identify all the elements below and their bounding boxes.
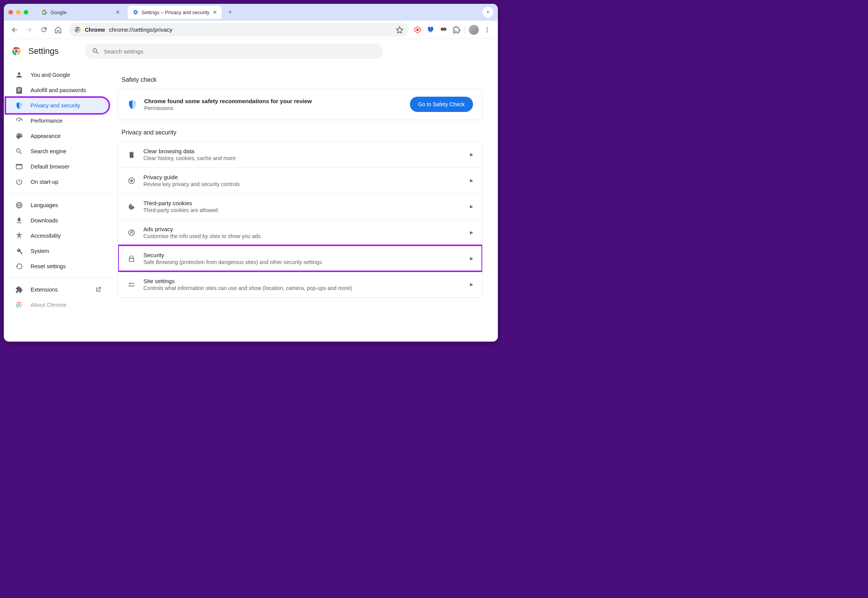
row-security[interactable]: Security Safe Browsing (protection from …: [118, 245, 482, 271]
reload-button[interactable]: [37, 24, 50, 36]
palette-icon: [15, 132, 23, 140]
trash-icon: [127, 151, 136, 159]
extension-icon-3[interactable]: [439, 26, 448, 34]
extension-icon-2[interactable]: [426, 26, 435, 34]
speedometer-icon: [15, 117, 23, 125]
tab-overflow-button[interactable]: [483, 7, 493, 18]
sidebar-item-label: Autofill and passwords: [31, 87, 86, 93]
window-minimize-button[interactable]: [16, 10, 21, 15]
sidebar-item-search-engine[interactable]: Search engine: [6, 144, 109, 159]
chevron-right-icon: ▶: [470, 178, 473, 183]
profile-avatar[interactable]: [469, 25, 479, 35]
sidebar-item-label: Performance: [31, 118, 62, 124]
chrome-site-icon: [74, 26, 81, 33]
forward-button[interactable]: [23, 24, 35, 36]
chrome-menu-button[interactable]: [481, 24, 493, 36]
chrome-logo-icon: [11, 46, 21, 56]
sidebar-item-performance[interactable]: Performance: [6, 113, 109, 128]
tab-settings[interactable]: Settings – Privacy and security ✕: [128, 6, 222, 19]
row-title: Third-party cookies: [143, 200, 462, 206]
safety-check-title: Chrome found some safety recommendations…: [144, 98, 403, 104]
page-content: Settings You and Google Autofill and pas…: [4, 39, 498, 342]
row-subtitle: Clear history, cookies, cache and more: [143, 155, 462, 161]
sidebar-item-about-chrome[interactable]: About Chrome: [6, 297, 109, 313]
sidebar-item-default-browser[interactable]: Default browser: [6, 159, 109, 174]
sidebar-item-label: Languages: [31, 202, 58, 208]
sidebar-item-label: Extensions: [31, 287, 58, 293]
row-title: Privacy guide: [143, 174, 462, 180]
section-title-privacy-security: Privacy and security: [122, 129, 483, 136]
window-maximize-button[interactable]: [24, 10, 28, 15]
site-label: Chrome: [85, 27, 105, 33]
toolbar: Chrome chrome://settings/privacy: [4, 21, 498, 39]
back-button[interactable]: [8, 24, 21, 36]
sidebar-item-label: Search engine: [31, 148, 67, 154]
section-title-safety-check: Safety check: [122, 76, 483, 83]
sidebar-item-reset-settings[interactable]: Reset settings: [6, 259, 109, 274]
accessibility-icon: [15, 232, 23, 240]
settings-gear-icon: [132, 9, 138, 15]
open-in-new-icon: [95, 286, 102, 293]
settings-search-input[interactable]: [104, 48, 376, 55]
window-close-button[interactable]: [8, 10, 13, 15]
row-site-settings[interactable]: Site settings Controls what information …: [118, 271, 482, 297]
sidebar-item-extensions[interactable]: Extensions: [6, 282, 109, 297]
sidebar-item-label: Downloads: [31, 217, 58, 224]
sidebar-item-system[interactable]: System: [6, 243, 109, 259]
settings-search[interactable]: [85, 44, 383, 59]
sidebar-item-label: On start-up: [31, 179, 59, 185]
tab-close-button[interactable]: ✕: [115, 9, 120, 15]
sidebar-item-languages[interactable]: Languages: [6, 198, 109, 213]
power-icon: [15, 178, 23, 186]
home-button[interactable]: [52, 24, 64, 36]
row-privacy-guide[interactable]: Privacy guide Review key privacy and sec…: [118, 167, 482, 193]
bookmark-star-icon[interactable]: [396, 26, 403, 34]
compass-icon: [127, 177, 136, 185]
sidebar-item-appearance[interactable]: Appearance: [6, 128, 109, 144]
svg-point-14: [444, 28, 445, 29]
extensions-menu-icon[interactable]: [452, 26, 461, 34]
sidebar-item-privacy-security[interactable]: Privacy and security: [6, 98, 109, 113]
sidebar-item-downloads[interactable]: Downloads: [6, 213, 109, 228]
address-bar[interactable]: Chrome chrome://settings/privacy: [69, 23, 409, 37]
safety-check-card: Chrome found some safety recommendations…: [118, 89, 483, 120]
row-title: Ads privacy: [143, 226, 462, 232]
extension-icon-1[interactable]: [413, 26, 422, 34]
sidebar-item-label: Privacy and security: [31, 102, 80, 109]
google-favicon-icon: [41, 9, 47, 15]
sidebar-item-label: Default browser: [31, 164, 70, 170]
tab-close-button[interactable]: ✕: [213, 9, 217, 15]
svg-point-13: [442, 28, 443, 29]
settings-title: Settings: [28, 46, 59, 56]
safety-check-subtitle: Permissions: [144, 105, 403, 111]
shield-icon: [15, 102, 23, 109]
sidebar-item-label: Reset settings: [31, 263, 66, 269]
settings-main: Safety check Chrome found some safety re…: [114, 63, 498, 342]
chevron-right-icon: ▶: [470, 230, 473, 235]
go-to-safety-check-button[interactable]: Go to Safety Check: [410, 97, 473, 112]
globe-icon: [15, 201, 23, 209]
sidebar-item-you-and-google[interactable]: You and Google: [6, 67, 109, 83]
settings-sidebar: You and Google Autofill and passwords Pr…: [4, 63, 114, 342]
row-title: Site settings: [143, 278, 462, 284]
privacy-security-list: Clear browsing data Clear history, cooki…: [118, 141, 483, 298]
row-third-party-cookies[interactable]: Third-party cookies Third-party cookies …: [118, 193, 482, 219]
tab-google[interactable]: Google ✕: [37, 6, 125, 19]
window-controls: [8, 10, 28, 15]
chevron-right-icon: ▶: [470, 204, 473, 209]
row-title: Clear browsing data: [143, 148, 462, 154]
clipboard-icon: [15, 86, 23, 94]
cookie-icon: [127, 203, 136, 211]
svg-point-10: [416, 28, 419, 31]
chevron-right-icon: ▶: [470, 282, 473, 287]
sidebar-item-autofill[interactable]: Autofill and passwords: [6, 83, 109, 98]
url-text: chrome://settings/privacy: [109, 26, 172, 33]
sidebar-item-label: Appearance: [31, 133, 60, 139]
download-icon: [15, 217, 23, 224]
row-clear-browsing-data[interactable]: Clear browsing data Clear history, cooki…: [118, 142, 482, 167]
sidebar-item-on-startup[interactable]: On start-up: [6, 174, 109, 190]
new-tab-button[interactable]: +: [225, 7, 236, 18]
row-ads-privacy[interactable]: Ads privacy Customise the info used by s…: [118, 219, 482, 245]
sidebar-item-accessibility[interactable]: Accessibility: [6, 228, 109, 243]
chrome-logo-icon: [15, 301, 23, 309]
